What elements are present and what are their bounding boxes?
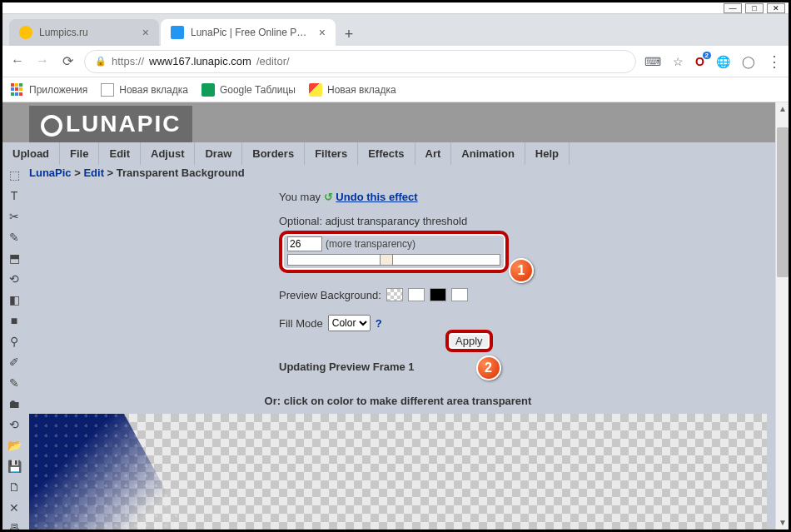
back-button[interactable]: ← — [9, 53, 26, 70]
open-tool-icon[interactable]: 📂 — [7, 439, 22, 452]
menu-draw[interactable]: Draw — [195, 142, 242, 165]
menu-help[interactable]: Help — [525, 142, 570, 165]
page-content: LUNAPIC Upload File Edit Adjust Draw Bor… — [2, 102, 789, 530]
tab-lunapic[interactable]: LunaPic | Free Online Photo Editor × — [161, 19, 336, 46]
zoom-tool-icon[interactable]: ⚲ — [7, 335, 22, 348]
apps-icon — [11, 83, 24, 97]
titlebar: — □ ✕ — [2, 2, 789, 14]
fill-mode-label: Fill Mode — [279, 317, 323, 330]
eyedropper-tool-icon[interactable]: ✐ — [7, 355, 22, 369]
controls-center: You may ↺ Undo this effect Optional: adj… — [279, 191, 595, 373]
image-preview[interactable] — [29, 414, 767, 530]
save-tool-icon[interactable]: 💾 — [7, 460, 22, 473]
menu-file[interactable]: File — [60, 142, 99, 165]
delete-tool-icon[interactable]: ✕ — [7, 501, 22, 515]
callout-2: 2 — [476, 355, 501, 380]
updating-label: Updating Preview Frame 1 — [279, 360, 595, 373]
slider-thumb[interactable] — [380, 254, 393, 266]
bookmark-item[interactable]: Новая вкладка — [309, 83, 396, 97]
bookmark-item[interactable]: Google Таблицы — [201, 83, 296, 97]
apply-wrap: Apply 2 — [445, 330, 493, 352]
breadcrumb-edit[interactable]: Edit — [83, 167, 104, 179]
lens-icon — [41, 115, 62, 137]
page-icon — [101, 83, 114, 97]
main-panel: LunaPic > Edit > Transparent Background … — [26, 165, 775, 530]
url-field[interactable]: 🔒 https://www167.lunapic.com/editor/ — [84, 50, 636, 73]
vertical-scrollbar[interactable]: ▲ ▼ — [775, 102, 789, 530]
logo[interactable]: LUNAPIC — [29, 106, 192, 142]
menu-adjust[interactable]: Adjust — [141, 142, 195, 165]
youmay-label: You may — [279, 191, 321, 203]
menu-upload[interactable]: Upload — [2, 142, 60, 165]
fill-tool-icon[interactable]: ■ — [7, 314, 22, 327]
menu-art[interactable]: Art — [415, 142, 452, 165]
layers-tool-icon[interactable]: 🖿 — [7, 397, 22, 410]
scroll-up-icon[interactable]: ▲ — [776, 102, 789, 116]
threshold-input[interactable] — [287, 236, 322, 251]
bookmark-label: Новая вкладка — [119, 84, 188, 96]
help-icon[interactable]: ? — [376, 317, 382, 330]
lock-icon: 🔒 — [95, 56, 107, 67]
swatch-custom[interactable] — [451, 288, 468, 301]
undo-arrow-icon: ↺ — [324, 191, 333, 203]
callout-1: 1 — [509, 258, 534, 283]
preview-bg-label: Preview Background: — [279, 289, 381, 301]
menu-animation[interactable]: Animation — [451, 142, 525, 165]
pencil-tool-icon[interactable]: ✎ — [7, 231, 22, 244]
cut-tool-icon[interactable]: ✂ — [7, 210, 22, 223]
scale-tool-icon[interactable]: ◧ — [7, 293, 22, 306]
reload-button[interactable]: ⟳ — [59, 53, 76, 70]
print-tool-icon[interactable]: 🖷 — [7, 522, 22, 530]
select-tool-icon[interactable]: ⬚ — [7, 168, 22, 181]
swatch-transparent[interactable] — [386, 288, 403, 301]
undo-tool-icon[interactable]: ⟲ — [7, 418, 22, 431]
new-tool-icon[interactable]: 🗋 — [7, 480, 22, 494]
text-tool-icon[interactable]: T — [7, 189, 22, 202]
rotate-tool-icon[interactable]: ⟲ — [7, 272, 22, 286]
apps-shortcut[interactable]: Приложения — [11, 83, 87, 97]
tab-strip: Lumpics.ru × LunaPic | Free Online Photo… — [2, 14, 789, 46]
work-area: ⬚ T ✂ ✎ ⬒ ⟲ ◧ ■ ⚲ ✐ ✎ 🖿 ⟲ 📂 💾 🗋 ✕ — [2, 165, 775, 530]
menu-edit[interactable]: Edit — [99, 142, 141, 165]
menu-icon[interactable]: ⋮ — [767, 52, 782, 71]
tab-lumpics[interactable]: Lumpics.ru × — [9, 19, 159, 46]
star-icon[interactable]: ☆ — [673, 55, 684, 68]
translate-icon[interactable]: ⌨ — [644, 55, 661, 68]
scrollbar-thumb[interactable] — [777, 127, 789, 277]
page: LUNAPIC Upload File Edit Adjust Draw Bor… — [2, 102, 775, 530]
window-maximize-button[interactable]: □ — [745, 3, 764, 13]
undo-row: You may ↺ Undo this effect — [279, 191, 595, 203]
forward-button[interactable]: → — [34, 53, 51, 70]
profile-icon[interactable]: ◯ — [742, 55, 755, 68]
close-icon[interactable]: × — [142, 26, 149, 39]
url-prefix: https:// — [112, 55, 144, 67]
breadcrumb-lunapic[interactable]: LunaPic — [29, 167, 72, 179]
sheets-icon — [201, 83, 215, 97]
bookmark-item[interactable]: Новая вкладка — [101, 83, 188, 97]
swatch-black[interactable] — [430, 288, 446, 301]
crop-tool-icon[interactable]: ⬒ — [7, 251, 22, 265]
menu-borders[interactable]: Borders — [242, 142, 305, 165]
menu-filters[interactable]: Filters — [305, 142, 358, 165]
new-tab-button[interactable]: + — [337, 22, 361, 46]
breadcrumb-current: Transparent Background — [117, 167, 245, 179]
menu-effects[interactable]: Effects — [358, 142, 415, 165]
bookmarks-bar: Приложения Новая вкладка Google Таблицы … — [2, 77, 789, 102]
close-icon[interactable]: × — [319, 26, 326, 39]
fill-mode-select[interactable]: Color — [328, 315, 371, 331]
toolbar-right: ⌨ ☆ O 🌐 ◯ ⋮ — [644, 52, 782, 71]
optional-label: Optional: adjust transparancy threshold — [279, 215, 595, 227]
address-bar: ← → ⟳ 🔒 https://www167.lunapic.com/edito… — [2, 46, 789, 77]
window-close-button[interactable]: ✕ — [767, 3, 785, 13]
threshold-slider[interactable] — [287, 254, 500, 266]
breadcrumb-sep: > — [74, 167, 83, 179]
url-domain: www167.lunapic.com — [149, 55, 251, 67]
brush-tool-icon[interactable]: ✎ — [7, 376, 22, 390]
swatch-white[interactable] — [408, 288, 425, 301]
window-minimize-button[interactable]: — — [724, 3, 742, 13]
globe-icon[interactable]: 🌐 — [716, 55, 730, 68]
opera-extension-icon[interactable]: O — [695, 55, 704, 68]
undo-link[interactable]: Undo this effect — [336, 191, 417, 203]
scroll-down-icon[interactable]: ▼ — [776, 516, 789, 530]
apply-button[interactable]: Apply — [445, 330, 493, 352]
